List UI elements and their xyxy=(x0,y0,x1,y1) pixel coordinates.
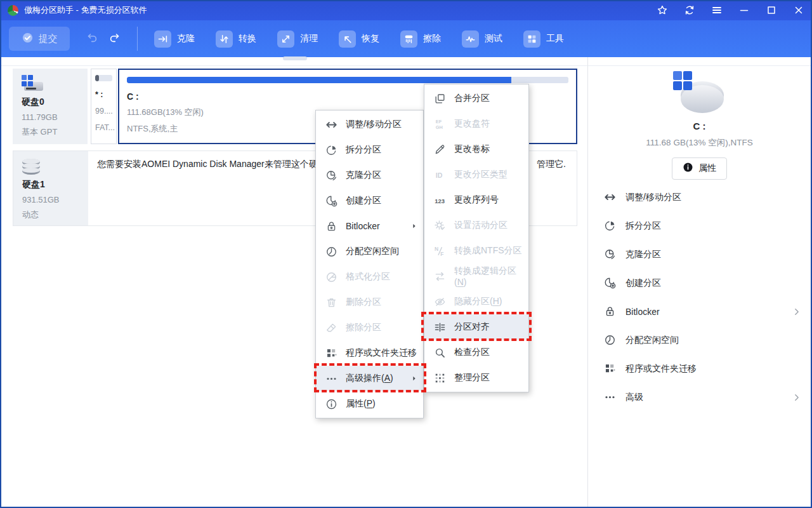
menu-item-create-partition[interactable]: 创建分区 xyxy=(316,188,423,213)
submenu-item-convert-to-logical[interactable]: 转换成逻辑分区(N) xyxy=(424,264,528,289)
ntfs-icon: NF xyxy=(433,244,446,257)
menu-item-properties[interactable]: 属性(P) xyxy=(316,391,423,417)
tools-icon xyxy=(523,30,540,48)
submit-button[interactable]: 提交 xyxy=(9,27,70,51)
menu-item-advanced-operations[interactable]: 高级操作(A) xyxy=(316,366,423,391)
pencil-icon xyxy=(433,143,446,156)
app-migrate-icon xyxy=(603,363,616,375)
panel-action-advanced[interactable]: 高级 xyxy=(588,383,811,411)
clock-icon xyxy=(603,334,616,347)
collapse-handle[interactable] xyxy=(283,57,307,60)
undo-icon[interactable] xyxy=(86,32,98,46)
toolbar-button-convert[interactable]: 转换 xyxy=(216,30,256,48)
chevron-right-icon xyxy=(792,392,802,403)
submenu-item-change-drive-letter[interactable]: EFGH 更改盘符 xyxy=(424,111,528,137)
eye-off-icon xyxy=(433,295,446,308)
toolbar-button-wipe[interactable]: 擦除 xyxy=(400,30,441,48)
panel-action-allocate-free-space[interactable]: 分配空闲空间 xyxy=(588,326,811,354)
submenu-item-merge-partitions[interactable]: 合并分区 xyxy=(424,86,528,111)
refresh-icon[interactable] xyxy=(684,4,695,16)
disk1-name: 硬盘1 xyxy=(22,179,79,190)
menu-item-delete-partition[interactable]: 删除分区 xyxy=(316,290,423,315)
properties-label: 属性 xyxy=(698,163,716,174)
recover-icon xyxy=(339,30,356,48)
submenu-item-set-active-partition[interactable]: 设置活动分区 xyxy=(424,213,528,238)
disk0-card[interactable]: 硬盘0 111.79GB 基本 GPT xyxy=(13,69,88,144)
minimize-icon[interactable] xyxy=(738,4,750,16)
submit-label: 提交 xyxy=(39,33,58,45)
split-partition-icon xyxy=(325,144,337,156)
disk0-name: 硬盘0 xyxy=(22,97,79,108)
clean-icon xyxy=(277,30,294,48)
menu-item-wipe-partition[interactable]: 擦除分区 xyxy=(316,315,423,340)
right-panel-actions: 调整/移动分区 拆分分区 克隆分区 创建分区 Bitlocker 分配空闲空间 … xyxy=(588,183,811,411)
info-filled-icon xyxy=(683,162,693,175)
panel-action-clone-partition[interactable]: 克隆分区 xyxy=(588,240,811,269)
menu-item-resize-move-partition[interactable]: 调整/移动分区 xyxy=(316,112,423,137)
info-circle-icon xyxy=(325,398,337,410)
disk0-size: 111.79GB xyxy=(22,112,79,122)
menu-item-app-migration[interactable]: 程序或文件夹迁移 xyxy=(316,340,423,366)
create-partition-icon xyxy=(325,194,337,207)
toolbar-button-test[interactable]: 测试 xyxy=(462,30,502,48)
maximize-icon[interactable] xyxy=(766,4,777,16)
svg-text:ID: ID xyxy=(435,171,442,178)
redo-icon[interactable] xyxy=(108,32,121,46)
submenu-item-defrag-partition[interactable]: 整理分区 xyxy=(424,365,528,391)
properties-button[interactable]: 属性 xyxy=(672,157,727,180)
panel-action-bitlocker[interactable]: Bitlocker xyxy=(588,297,811,326)
submenu-item-change-serial-number[interactable]: 123 更改序列号 xyxy=(424,187,528,213)
panel-action-app-migration[interactable]: 程序或文件夹迁移 xyxy=(588,354,811,383)
undo-redo-group xyxy=(86,32,121,46)
menu-item-allocate-free-space[interactable]: 分配空闲空间 xyxy=(316,239,423,264)
align-icon xyxy=(433,321,446,333)
menu-item-clone-partition[interactable]: 克隆分区 xyxy=(316,163,423,188)
submenu-arrow-icon xyxy=(410,375,418,382)
titlebar: 傲梅分区助手 - 免费无损分区软件 xyxy=(0,0,812,20)
submenu-item-hide-partition[interactable]: 隐藏分区(H) xyxy=(424,289,528,314)
submenu-arrow-icon xyxy=(410,222,418,230)
toolbar-button-clean[interactable]: 清理 xyxy=(277,30,318,48)
swap-arrows-icon xyxy=(433,270,446,283)
hamburger-menu-icon[interactable] xyxy=(711,4,723,16)
menu-item-format-partition[interactable]: 格式化分区 xyxy=(316,264,423,290)
close-icon[interactable] xyxy=(793,4,804,16)
partition-label: * : xyxy=(95,90,112,99)
disk1-size: 931.51GB xyxy=(22,195,79,204)
toolbar-button-clone[interactable]: 克隆 xyxy=(154,30,195,48)
test-icon xyxy=(462,30,479,48)
context-menu: 调整/移动分区 拆分分区 克隆分区 创建分区 Bitlocker 分配空闲空间 xyxy=(315,110,424,418)
disk0-type: 基本 GPT xyxy=(22,126,79,138)
submenu-item-check-partition[interactable]: 检查分区 xyxy=(424,340,528,365)
panel-action-split-partition[interactable]: 拆分分区 xyxy=(588,211,811,240)
id-icon: ID xyxy=(433,168,446,181)
panel-action-create-partition[interactable]: 创建分区 xyxy=(588,269,811,297)
dynamic-disk-icon xyxy=(22,159,41,175)
format-partition-icon xyxy=(325,271,337,283)
favorite-star-icon[interactable] xyxy=(657,4,668,16)
partition-cell-system-reserved[interactable]: * : 99.... FAT... xyxy=(91,69,117,144)
titlebar-icons xyxy=(657,4,804,16)
partition-size: 99.... xyxy=(95,107,112,116)
basic-disk-icon xyxy=(22,75,44,93)
disk1-type: 动态 xyxy=(22,209,79,220)
disk1-card[interactable]: 硬盘1 931.51GB 动态 xyxy=(13,151,88,225)
menu-item-split-partition[interactable]: 拆分分区 xyxy=(316,137,423,163)
svg-text:N: N xyxy=(435,246,438,252)
panel-action-resize-move-partition[interactable]: 调整/移动分区 xyxy=(588,183,811,211)
toolbar-button-tools[interactable]: 工具 xyxy=(523,30,564,48)
split-partition-icon xyxy=(603,220,616,232)
toolbar-button-recover[interactable]: 恢复 xyxy=(339,30,379,48)
submenu-item-partition-alignment[interactable]: 分区对齐 xyxy=(424,314,528,340)
search-icon xyxy=(433,346,446,359)
eraser-icon xyxy=(325,321,337,334)
volume-disk-icon xyxy=(673,71,726,113)
dynamic-disk-message-tail: 管理它. xyxy=(537,159,566,170)
submenu-item-change-volume-label[interactable]: 更改卷标 xyxy=(424,137,528,162)
submenu-item-change-partition-type[interactable]: ID 更改分区类型 xyxy=(424,162,528,187)
gear-check-icon xyxy=(433,219,446,232)
partition-fs: FAT... xyxy=(95,123,112,132)
clone-partition-icon xyxy=(325,169,337,182)
menu-item-bitlocker[interactable]: Bitlocker xyxy=(316,213,423,239)
submenu-item-convert-to-ntfs[interactable]: NF 转换成NTFS分区 xyxy=(424,238,528,264)
